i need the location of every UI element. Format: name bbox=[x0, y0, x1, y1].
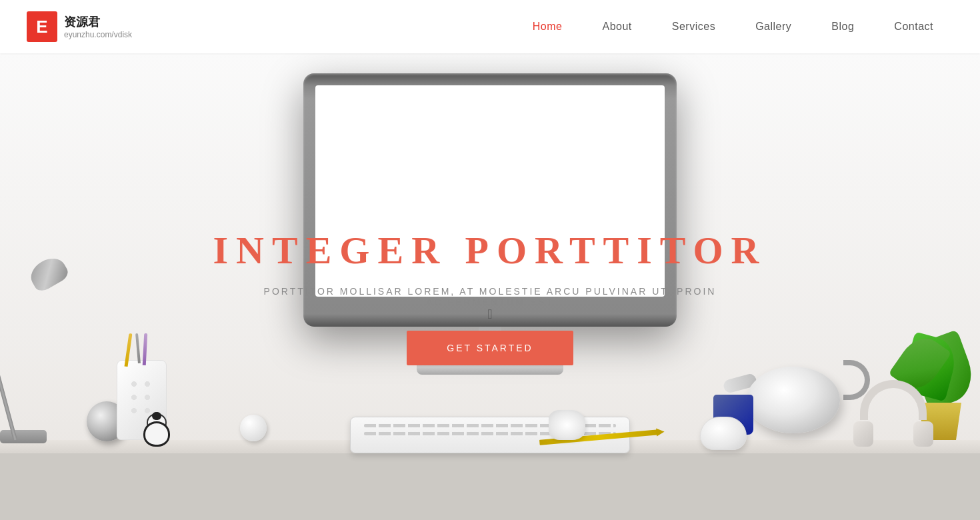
lamp-head bbox=[26, 253, 71, 294]
logo-title: 资源君 bbox=[64, 14, 132, 30]
headphones-ear-right bbox=[913, 421, 933, 447]
panda-figure bbox=[140, 413, 173, 447]
pencil-gray bbox=[135, 333, 141, 363]
hero-section:  INTEGER PORTTITOR PORTTITOR MOLLISAR L… bbox=[0, 53, 980, 520]
lamp-base bbox=[0, 430, 47, 443]
mouse bbox=[700, 417, 747, 450]
nav-blog[interactable]: Blog bbox=[811, 21, 874, 33]
desk-right-items bbox=[647, 87, 980, 520]
panda-body bbox=[143, 421, 170, 447]
main-nav: Home About Services Gallery Blog Contact bbox=[513, 21, 953, 33]
nav-contact[interactable]: Contact bbox=[874, 21, 953, 33]
imac-screen-inner bbox=[315, 85, 665, 297]
imac-chin:  bbox=[483, 307, 497, 321]
headphones bbox=[853, 380, 933, 447]
lamp-arm bbox=[0, 259, 17, 441]
headphones-ear-left bbox=[853, 421, 873, 447]
imac-screen-outer:  bbox=[303, 73, 677, 327]
imac-monitor:  bbox=[303, 73, 677, 375]
nav-gallery[interactable]: Gallery bbox=[735, 21, 811, 33]
header: E 资源君 eyunzhu.com/vdisk Home About Servi… bbox=[0, 0, 980, 53]
teapot-body bbox=[747, 367, 840, 433]
nav-about[interactable]: About bbox=[582, 21, 651, 33]
logo-icon: E bbox=[27, 11, 57, 42]
nav-home[interactable]: Home bbox=[513, 21, 583, 33]
logo-subtitle: eyunzhu.com/vdisk bbox=[64, 30, 132, 39]
apple-logo-icon:  bbox=[483, 307, 497, 321]
crumpled-paper bbox=[549, 410, 585, 440]
desk-left-items bbox=[0, 87, 280, 520]
logo[interactable]: E 资源君 eyunzhu.com/vdisk bbox=[27, 11, 132, 42]
get-started-button[interactable]: GET STARTED bbox=[407, 331, 573, 365]
nav-services[interactable]: Services bbox=[652, 21, 735, 33]
logo-text: 资源君 eyunzhu.com/vdisk bbox=[64, 14, 132, 39]
panda-ear-right bbox=[152, 412, 160, 420]
white-ball bbox=[240, 415, 267, 441]
headphones-band bbox=[860, 380, 927, 420]
